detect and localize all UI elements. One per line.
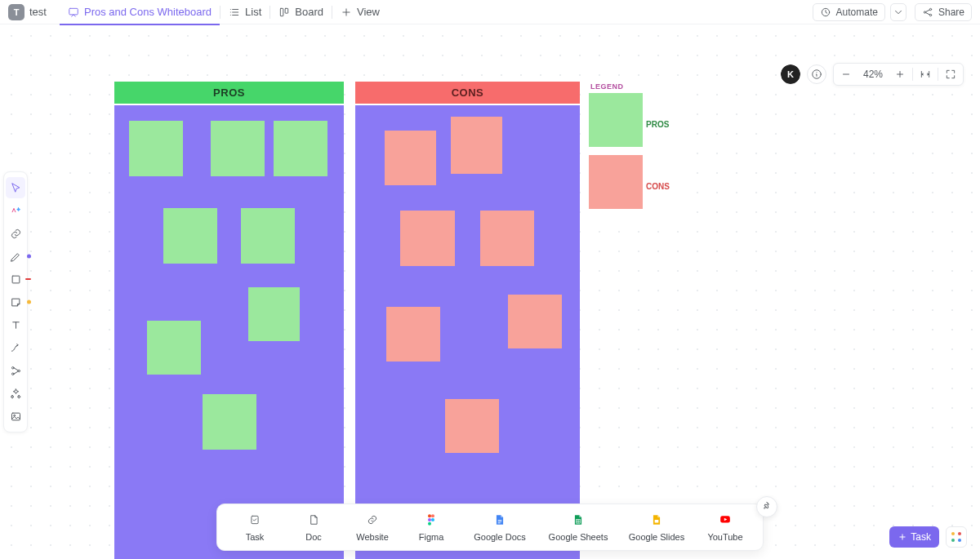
pin-icon [761, 501, 773, 512]
link-icon [10, 228, 22, 240]
automate-dropdown[interactable] [890, 3, 906, 21]
globe-link-icon [367, 514, 378, 526]
insert-task[interactable]: Task [225, 509, 284, 545]
insert-website[interactable]: Website [343, 509, 402, 545]
youtube-icon [718, 512, 733, 527]
legend-panel[interactable]: LEGENDPROSCONS [586, 78, 680, 217]
tab-whiteboard[interactable]: Pros and Cons Whiteboard [60, 0, 220, 24]
pros-note[interactable] [211, 121, 265, 176]
plus-icon [894, 69, 906, 80]
automate-button[interactable]: Automate [813, 3, 885, 21]
magic-tool[interactable] [6, 383, 25, 404]
info-button[interactable] [807, 64, 826, 84]
relation-tool[interactable] [6, 360, 25, 381]
cons-note[interactable] [480, 211, 534, 266]
cons-note[interactable] [445, 399, 499, 453]
insert-google-sheets[interactable]: Google Sheets [539, 509, 617, 545]
ai-tool[interactable] [6, 200, 25, 221]
sticky-icon [10, 296, 22, 308]
svg-point-19 [428, 522, 431, 526]
fullscreen-button[interactable] [938, 63, 963, 86]
pros-note[interactable] [248, 287, 300, 341]
svg-point-15 [428, 514, 431, 517]
tab-label: List [245, 6, 261, 18]
cons-note[interactable] [451, 117, 502, 174]
text-tool[interactable] [6, 314, 25, 335]
sticky-tool[interactable] [6, 291, 25, 313]
cons-note[interactable] [386, 307, 440, 362]
insert-youtube[interactable]: YouTube [696, 509, 755, 545]
board-icon [278, 7, 290, 18]
pros-note[interactable] [274, 121, 327, 176]
cons-header[interactable]: CONS [355, 82, 580, 104]
insert-label: Task [246, 532, 265, 542]
pros-note[interactable] [163, 208, 217, 264]
whiteboard-canvas[interactable]: K 42% PROSCONSLEGENDPROSCONS [0, 24, 980, 559]
insert-figma[interactable]: Figma [402, 509, 461, 545]
whiteboard-icon [68, 7, 79, 18]
tab-board[interactable]: Board [270, 0, 332, 24]
sticky-color-indicator [27, 300, 31, 304]
shape-tool[interactable] [6, 268, 25, 290]
space-badge[interactable]: T [8, 4, 24, 20]
image-icon [10, 410, 22, 423]
share-button[interactable]: Share [915, 3, 972, 21]
insert-label: Website [356, 532, 389, 542]
share-label: Share [938, 7, 964, 18]
cons-note[interactable] [385, 131, 436, 185]
list-icon [229, 7, 240, 18]
pin-insert-bar-button[interactable] [756, 496, 777, 517]
svg-point-17 [428, 518, 431, 521]
automate-label: Automate [836, 7, 878, 18]
insert-google-slides[interactable]: Google Slides [617, 509, 696, 545]
gsheets-icon [571, 512, 586, 527]
chevron-down-icon [893, 7, 904, 18]
fit-width-button[interactable] [913, 63, 938, 86]
cons-note[interactable] [508, 295, 562, 348]
pros-note[interactable] [203, 394, 256, 450]
zoom-controls: 42% [833, 63, 964, 86]
legend-row: CONS [586, 155, 680, 217]
insert-label: YouTube [707, 532, 742, 542]
apps-icon [951, 532, 961, 542]
link-tool[interactable] [6, 223, 25, 244]
connector-tool[interactable] [6, 337, 25, 358]
tab-label: Board [295, 6, 323, 18]
figma-icon [424, 512, 439, 527]
svg-rect-20 [498, 520, 502, 521]
pen-icon [10, 251, 22, 263]
square-icon [10, 273, 22, 286]
pros-note[interactable] [241, 208, 295, 264]
insert-doc[interactable]: Doc [284, 509, 343, 545]
svg-point-18 [431, 518, 434, 521]
pen-tool[interactable] [6, 246, 25, 267]
task-label: Task [911, 531, 931, 543]
tab-list[interactable]: List [220, 0, 270, 24]
image-tool[interactable] [6, 406, 25, 427]
pros-header[interactable]: PROS [114, 82, 344, 104]
svg-rect-24 [655, 520, 659, 523]
svg-rect-0 [69, 8, 78, 15]
fit-width-icon [920, 69, 931, 80]
avatar[interactable]: K [781, 64, 800, 84]
add-view-button[interactable]: View [332, 0, 388, 24]
pros-note[interactable] [129, 121, 183, 176]
legend-row: PROS [586, 93, 680, 155]
svg-rect-22 [498, 523, 501, 524]
pros-note[interactable] [147, 321, 201, 375]
legend-swatch [589, 155, 643, 209]
apps-button[interactable] [946, 526, 967, 548]
svg-rect-7 [12, 276, 20, 283]
doc-icon [308, 514, 319, 526]
space-name[interactable]: test [29, 6, 47, 18]
top-header: T test Pros and Cons Whiteboard List Boa… [0, 0, 980, 24]
new-task-button[interactable]: Task [889, 526, 939, 548]
zoom-in-button[interactable] [888, 63, 912, 86]
cons-note[interactable] [400, 211, 455, 266]
select-tool[interactable] [6, 177, 25, 198]
relation-icon [10, 365, 22, 377]
zoom-out-button[interactable] [834, 63, 858, 86]
insert-google-docs[interactable]: Google Docs [461, 509, 539, 545]
fullscreen-icon [945, 69, 956, 80]
zoom-level[interactable]: 42% [858, 69, 888, 80]
